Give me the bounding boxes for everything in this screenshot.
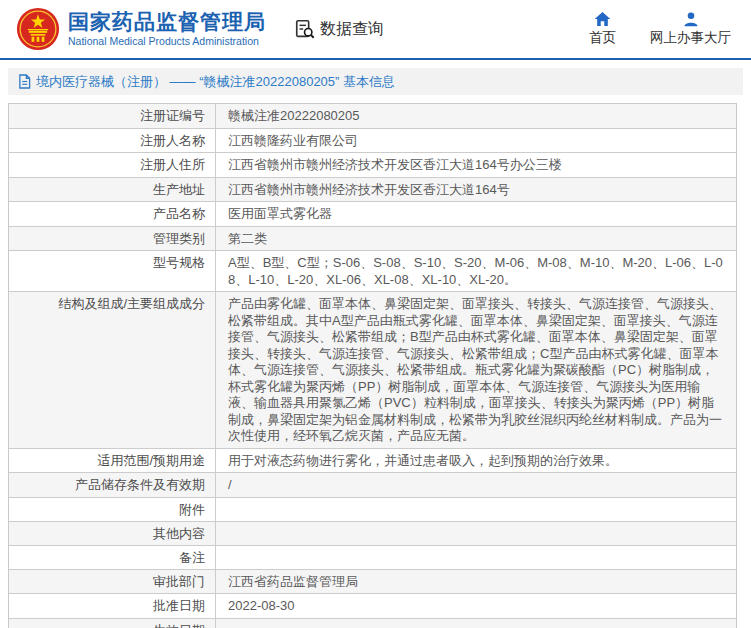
nav-item-service-hall[interactable]: 网上办事大厅: [650, 11, 731, 47]
row-label-text: 产品储存条件及有效期: [75, 477, 205, 493]
row-label: 产品名称: [9, 202, 216, 226]
row-value: 用于对液态药物进行雾化，并通过患者吸入，起到预期的治疗效果。: [216, 449, 736, 473]
table-row: 管理类别第二类: [9, 227, 736, 252]
table-row: 结构及组成/主要组成成分产品由雾化罐、面罩本体、鼻梁固定架、面罩接头、转接头、气…: [9, 292, 736, 449]
row-label-text: 其他内容: [153, 526, 205, 542]
row-label: 型号规格: [9, 251, 216, 291]
row-label: 注册人住所: [9, 153, 216, 177]
row-value: [216, 522, 736, 545]
row-label: 注册人名称: [9, 129, 216, 153]
row-label-text: 注册证编号: [140, 108, 205, 124]
row-label: 管理类别: [9, 227, 216, 251]
nav-item-home[interactable]: 首页: [589, 11, 616, 47]
row-label-text: 管理类别: [153, 231, 205, 247]
row-label-text: 生效日期: [153, 623, 205, 628]
row-label: 适用范围/预期用途: [9, 449, 216, 473]
row-label-text: 批准日期: [153, 598, 205, 614]
data-query-nav[interactable]: 数据查询: [294, 18, 384, 40]
row-label: 其他内容: [9, 522, 216, 545]
row-value: [216, 546, 736, 569]
site-subtitle: National Medical Products Administration: [68, 34, 266, 48]
table-row: 注册人住所江西省赣州市赣州经济技术开发区香江大道164号办公三楼: [9, 153, 736, 178]
row-value-text: 赣械注准20222080205: [228, 108, 360, 123]
row-label: 结构及组成/主要组成成分: [9, 292, 216, 448]
nav-service-hall-label: 网上办事大厅: [650, 29, 731, 47]
row-value-text: A型、B型、C型；S-06、S-08、S-10、S-20、M-06、M-08、M…: [228, 255, 723, 287]
table-row: 生产地址江西省赣州市赣州经济技术开发区香江大道164号: [9, 178, 736, 203]
row-value: 江西赣隆药业有限公司: [216, 129, 736, 153]
row-value: 医用面罩式雾化器: [216, 202, 736, 226]
row-label-text: 生产地址: [153, 182, 205, 198]
row-value: [216, 498, 736, 521]
table-row: 适用范围/预期用途用于对液态药物进行雾化，并通过患者吸入，起到预期的治疗效果。: [9, 449, 736, 474]
row-label-text: 注册人名称: [140, 133, 205, 149]
row-label-text: 适用范围/预期用途: [97, 453, 205, 469]
row-value: 江西省药品监督管理局: [216, 570, 736, 594]
row-label-text: 结构及组成/主要组成成分: [58, 296, 205, 312]
row-value-text: 产品由雾化罐、面罩本体、鼻梁固定架、面罩接头、转接头、气源连接管、气源接头、松紧…: [228, 296, 722, 443]
row-label-text: 型号规格: [153, 255, 205, 271]
data-query-label: 数据查询: [320, 19, 384, 40]
row-value-text: 2022-08-30: [228, 598, 295, 613]
row-label-text: 备注: [179, 550, 205, 566]
row-value-text: 医用面罩式雾化器: [228, 206, 332, 221]
row-value-text: 江西省赣州市赣州经济技术开发区香江大道164号办公三楼: [228, 157, 562, 172]
row-value: 2022-08-30: [216, 594, 736, 618]
row-label-text: 注册人住所: [140, 157, 205, 173]
nav-home-label: 首页: [589, 29, 616, 47]
table-row: 注册人名称江西赣隆药业有限公司: [9, 129, 736, 154]
breadcrumb-text: 境内医疗器械（注册） —— “赣械注准20222080205” 基本信息: [36, 73, 395, 91]
row-label: 审批部门: [9, 570, 216, 594]
logo-text: 国家药品监督管理局 National Medical Products Admi…: [68, 10, 266, 48]
table-row: 型号规格A型、B型、C型；S-06、S-08、S-10、S-20、M-06、M-…: [9, 251, 736, 292]
row-label-text: 审批部门: [153, 574, 205, 590]
row-value-text: /: [228, 477, 232, 492]
row-value-text: 第二类: [228, 231, 267, 246]
table-row: 生效日期: [9, 619, 736, 628]
row-value: [216, 619, 736, 628]
row-value: 江西省赣州市赣州经济技术开发区香江大道164号: [216, 178, 736, 202]
home-icon: [594, 11, 611, 27]
row-label-text: 附件: [179, 502, 205, 518]
row-label: 附件: [9, 498, 216, 521]
row-value: 赣械注准20222080205: [216, 104, 736, 128]
breadcrumb: 境内医疗器械（注册） —— “赣械注准20222080205” 基本信息: [8, 68, 743, 95]
site-title: 国家药品监督管理局: [68, 10, 266, 34]
nmpa-logo[interactable]: 国家药品监督管理局 National Medical Products Admi…: [16, 7, 266, 51]
row-value-text: 用于对液态药物进行雾化，并通过患者吸入，起到预期的治疗效果。: [228, 453, 618, 468]
user-icon: [683, 11, 699, 27]
row-label: 生效日期: [9, 619, 216, 628]
table-row: 注册证编号赣械注准20222080205: [9, 104, 736, 129]
national-emblem-icon: [16, 7, 60, 51]
document-search-icon: [294, 18, 316, 40]
table-row: 附件: [9, 498, 736, 522]
row-value-text: 江西省赣州市赣州经济技术开发区香江大道164号: [228, 182, 510, 197]
row-value: 江西省赣州市赣州经济技术开发区香江大道164号办公三楼: [216, 153, 736, 177]
row-label: 产品储存条件及有效期: [9, 473, 216, 497]
registration-info-table: 注册证编号赣械注准20222080205注册人名称江西赣隆药业有限公司注册人住所…: [8, 103, 737, 628]
table-row: 产品储存条件及有效期/: [9, 473, 736, 498]
row-value: 产品由雾化罐、面罩本体、鼻梁固定架、面罩接头、转接头、气源连接管、气源接头、松紧…: [216, 292, 736, 448]
header: 国家药品监督管理局 National Medical Products Admi…: [0, 0, 751, 60]
table-row: 批准日期2022-08-30: [9, 594, 736, 619]
table-row: 其他内容: [9, 522, 736, 546]
row-label: 备注: [9, 546, 216, 569]
document-icon: [18, 74, 31, 89]
row-value: /: [216, 473, 736, 497]
table-row: 审批部门江西省药品监督管理局: [9, 570, 736, 595]
row-value-text: 江西赣隆药业有限公司: [228, 133, 358, 148]
row-label-text: 产品名称: [153, 206, 205, 222]
row-value: A型、B型、C型；S-06、S-08、S-10、S-20、M-06、M-08、M…: [216, 251, 736, 291]
table-row: 备注: [9, 546, 736, 570]
row-value-text: 江西省药品监督管理局: [228, 574, 358, 589]
header-nav: 首页 网上办事大厅: [589, 11, 737, 47]
row-label: 批准日期: [9, 594, 216, 618]
row-label: 注册证编号: [9, 104, 216, 128]
table-row: 产品名称医用面罩式雾化器: [9, 202, 736, 227]
row-value: 第二类: [216, 227, 736, 251]
row-label: 生产地址: [9, 178, 216, 202]
